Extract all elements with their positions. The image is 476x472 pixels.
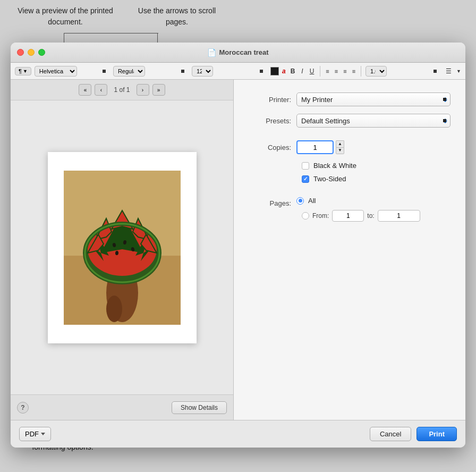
annotation-arrows: Use the arrows to scroll pages. (132, 5, 222, 28)
printer-select-wrapper: My Printer (296, 92, 450, 106)
print-dialog-window: 📄 Moroccan treat ¶ ▼ Helvetica Regular 1… (11, 43, 465, 448)
font-family-wrapper: Helvetica (35, 66, 110, 77)
font-size-wrapper: 12 (192, 66, 267, 77)
main-content: « ‹ 1 of 1 › » (11, 80, 465, 420)
presets-select[interactable]: Default Settings (296, 114, 450, 128)
two-sided-label: Two-Sided (313, 175, 346, 183)
pages-all-label: All (308, 197, 316, 205)
pages-from-radio[interactable] (302, 212, 309, 220)
justify-icon[interactable]: ≡ (351, 68, 356, 74)
font-color-indicator: a (282, 68, 286, 75)
align-center-icon[interactable]: ≡ (334, 68, 339, 74)
toolbar-sep-2 (361, 66, 361, 77)
copies-input[interactable] (296, 140, 334, 154)
presets-select-wrapper: Default Settings (296, 114, 450, 128)
pages-label: Pages: (249, 199, 296, 207)
black-white-checkbox[interactable] (302, 162, 309, 170)
preview-panel: « ‹ 1 of 1 › » (11, 80, 234, 420)
copies-wrapper: ▲ ▼ (296, 140, 344, 154)
show-details-button[interactable]: Show Details (172, 401, 227, 414)
pages-from-row: From: to: (302, 210, 450, 222)
pdf-button[interactable]: PDF (19, 427, 51, 441)
svg-point-3 (106, 296, 122, 322)
font-style-wrapper: Regular (113, 66, 189, 77)
bold-btn[interactable]: B (289, 68, 297, 75)
doc-icon: 📄 (207, 48, 216, 57)
copies-stepper: ▲ ▼ (336, 140, 344, 154)
list-icon[interactable]: ☰ (444, 68, 453, 75)
callout-line-preview-h (64, 33, 128, 33)
copies-label: Copies: (249, 144, 296, 151)
spacer-2 (249, 188, 450, 193)
traffic-lights (17, 49, 45, 56)
printer-select[interactable]: My Printer (296, 92, 450, 106)
maximize-button[interactable] (38, 49, 45, 56)
pages-row: Pages: All (249, 197, 450, 210)
font-style-select[interactable]: Regular (113, 66, 145, 77)
print-button[interactable]: Print (416, 427, 457, 441)
callout-line-arrows-h (128, 33, 158, 33)
dialog-bottom-bar: PDF Cancel Print (11, 420, 465, 448)
help-button[interactable]: ? (17, 402, 29, 414)
list-dropdown-icon[interactable]: ▼ (456, 69, 461, 74)
paragraph-btn[interactable]: ¶ ▼ (15, 67, 31, 75)
toolbar: ¶ ▼ Helvetica Regular 12 a B I U ≡ ≡ ≡ ≡ (11, 63, 465, 80)
preview-area (11, 100, 233, 394)
line-spacing-select[interactable]: 1.0 (366, 66, 387, 77)
pages-section: Pages: All From: to: (249, 197, 450, 222)
pages-all-radio[interactable] (296, 197, 304, 205)
first-page-btn[interactable]: « (79, 84, 91, 96)
presets-label: Presets: (249, 117, 296, 125)
printer-row: Printer: My Printer (249, 92, 450, 106)
black-white-row: Black & White (302, 162, 450, 170)
printer-label: Printer: (249, 96, 296, 104)
copies-increment-btn[interactable]: ▲ (336, 140, 344, 147)
font-family-select[interactable]: Helvetica (35, 66, 77, 77)
titlebar: 📄 Moroccan treat (11, 43, 465, 63)
two-sided-row: Two-Sided (302, 175, 450, 183)
line-spacing-wrapper: 1.0 (366, 66, 441, 77)
last-page-btn[interactable]: » (152, 84, 165, 96)
pages-from-input[interactable] (332, 210, 364, 222)
options-panel: Printer: My Printer Presets: Default S (234, 80, 465, 420)
pages-controls: All (296, 197, 316, 210)
pages-from-label: From: (312, 212, 329, 220)
font-size-select[interactable]: 12 (192, 66, 213, 77)
page-indicator: 1 of 1 (114, 86, 130, 94)
italic-btn[interactable]: I (300, 68, 304, 75)
pages-all-row: All (296, 197, 316, 205)
next-page-btn[interactable]: › (137, 84, 149, 96)
pages-to-label: to: (367, 212, 374, 220)
presets-row: Presets: Default Settings (249, 114, 450, 128)
two-sided-checkbox[interactable] (302, 175, 309, 183)
black-white-label: Black & White (313, 162, 356, 170)
preview-image (64, 171, 181, 325)
close-button[interactable] (17, 49, 24, 56)
page-nav: « ‹ 1 of 1 › » (11, 80, 233, 100)
copies-decrement-btn[interactable]: ▼ (336, 147, 344, 155)
color-well[interactable] (270, 67, 279, 75)
cancel-button[interactable]: Cancel (370, 427, 411, 441)
underline-btn[interactable]: U (308, 68, 316, 75)
prev-page-btn[interactable]: ‹ (95, 84, 107, 96)
pdf-dropdown-arrow (41, 433, 45, 435)
page-preview (48, 152, 197, 343)
copies-row: Copies: ▲ ▼ (249, 140, 450, 154)
window-title: 📄 Moroccan treat (207, 48, 268, 57)
toolbar-sep-1 (320, 66, 320, 77)
preview-bottom-bar: ? Show Details (11, 394, 233, 420)
annotation-preview: View a preview of the printed document. (15, 5, 116, 28)
align-left-icon[interactable]: ≡ (325, 68, 330, 74)
minimize-button[interactable] (28, 49, 35, 56)
pages-to-input[interactable] (378, 210, 420, 222)
spacer-1 (249, 135, 450, 140)
align-right-icon[interactable]: ≡ (342, 68, 347, 74)
